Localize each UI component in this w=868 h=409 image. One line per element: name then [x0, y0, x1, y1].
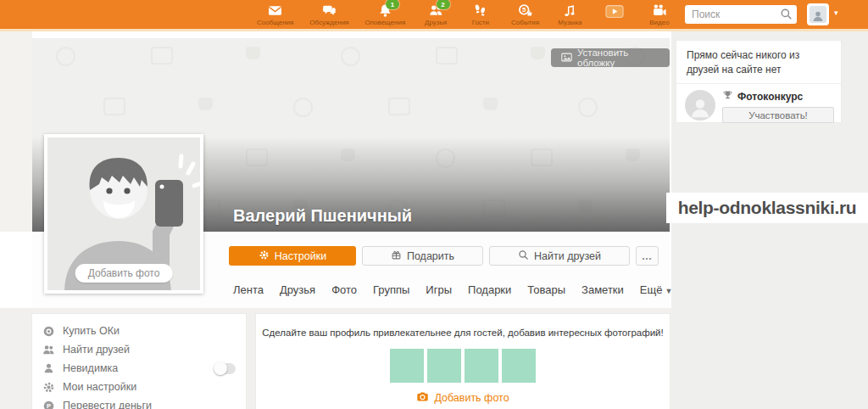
menu-item-label: Мои настройки [63, 381, 136, 393]
current-user-avatar-button[interactable] [807, 3, 829, 25]
cover-pattern-icon [483, 98, 498, 110]
nav-item-label: Друзья [425, 19, 447, 26]
add-photo-link[interactable]: Добавить фото [256, 390, 670, 406]
profile-prompt-text: Сделайте ваш профиль привлекательнее для… [256, 328, 670, 338]
tab-gifts[interactable]: Подарки [468, 283, 511, 296]
nav-item-friends[interactable]: 2Друзья [421, 3, 450, 26]
nav-item-discussions[interactable]: Обсуждения [309, 3, 349, 26]
tab-feed[interactable]: Лента [233, 283, 264, 296]
friends-online-status: Прямо сейчас никого из друзей на сайте н… [676, 41, 841, 84]
tab-photos[interactable]: Фото [331, 283, 357, 296]
nav-item-messages[interactable]: Сообщения [257, 3, 293, 26]
video-camera-icon [652, 3, 666, 18]
magnifier-icon [518, 249, 529, 263]
friends-online-panel: Прямо сейчас никого из друзей на сайте н… [676, 41, 841, 122]
contest-join-button[interactable]: Участвовать! [722, 107, 834, 123]
photo-placeholder[interactable] [427, 349, 461, 383]
tab-friends[interactable]: Друзья [280, 283, 315, 296]
tab-games[interactable]: Игры [426, 283, 452, 296]
notification-badge: 2 [437, 0, 450, 9]
events-icon: 5 [518, 3, 532, 18]
nav-item-label: Музыка [558, 19, 581, 26]
search-input[interactable] [685, 5, 783, 24]
menu-item-label: Купить ОКи [63, 325, 120, 337]
cover-pattern-icon [151, 47, 173, 64]
menu-item-my-settings[interactable]: Мои настройки [42, 378, 236, 396]
gear-icon [259, 249, 270, 263]
trophy-icon [722, 90, 733, 104]
ruble-icon: Р [42, 400, 55, 409]
profile-menu-caret-icon[interactable]: ▾ [834, 8, 838, 17]
nav-item-music[interactable]: Музыка [555, 3, 584, 26]
photo-placeholder[interactable] [390, 349, 424, 383]
gift-button[interactable]: Подарить [362, 246, 483, 266]
menu-item-buy-oks[interactable]: Купить ОКи [42, 322, 236, 340]
tab-groups[interactable]: Группы [373, 283, 409, 296]
photo-placeholder[interactable] [502, 349, 536, 383]
nav-item-notifications[interactable]: 1Оповещения [364, 3, 405, 26]
avatar-person-icon [810, 6, 826, 23]
svg-text:5: 5 [522, 6, 526, 14]
cover-pattern-icon [436, 47, 458, 64]
menu-item-invisible[interactable]: Невидимка [42, 359, 236, 378]
menu-item-label: Найти друзей [63, 344, 130, 356]
search-icon[interactable] [780, 8, 793, 24]
gear-icon [42, 381, 55, 394]
contest-title: Фотоконкурс [737, 91, 803, 103]
photo-placeholder[interactable] [465, 349, 498, 383]
cover-pattern-icon [198, 98, 213, 110]
tab-goods[interactable]: Товары [527, 283, 565, 296]
notification-badge: 1 [386, 0, 399, 9]
menu-item-transfer-money[interactable]: РПеревести деньги [42, 396, 236, 409]
profile-name: Валерий Пшеничный [233, 206, 412, 226]
tab-more[interactable]: Ещё▼ [640, 283, 673, 296]
nav-item-video[interactable]: Видео [645, 3, 674, 26]
svg-text:Р: Р [47, 402, 51, 409]
nav-item-label: Видео [649, 19, 669, 26]
photo-contest-block: Фотоконкурс Участвовать! [676, 84, 841, 123]
profile-tabs: ЛентаДрузьяФотоГруппыИгрыПодаркиТоварыЗа… [233, 283, 672, 296]
odnoklassniki-profile-page: одноклассники СообщенияОбсуждения1Оповещ… [0, 0, 868, 409]
cover-pattern-icon [388, 98, 410, 115]
tab-notes[interactable]: Заметки [581, 283, 624, 296]
page-background-left [0, 31, 32, 232]
envelope-icon [268, 3, 282, 18]
bell-icon: 1 [378, 3, 392, 18]
nav-item-label: Оповещения [364, 19, 405, 26]
nav-item-label: Гости [472, 19, 489, 26]
coin-icon [42, 325, 55, 338]
nav-item-ok-video[interactable] [600, 3, 629, 26]
incognito-icon [42, 362, 55, 375]
find-friends-button[interactable]: Найти друзей [489, 246, 630, 266]
menu-item-label: Невидимка [63, 362, 118, 374]
cover-pattern-icon [56, 47, 75, 66]
more-actions-button[interactable]: … [636, 246, 659, 266]
search-box [685, 5, 797, 24]
cover-pattern-icon [578, 98, 598, 117]
photo-icon [561, 52, 572, 64]
nav-item-events[interactable]: 5События [511, 3, 540, 26]
menu-item-find-friends[interactable]: Найти друзей [42, 340, 236, 359]
music-icon [563, 3, 577, 18]
chevron-down-icon: ▼ [665, 287, 672, 295]
invisible-toggle[interactable] [214, 363, 236, 374]
contest-avatar [685, 90, 715, 120]
footprints-icon [473, 3, 487, 18]
avatar-add-photo-button[interactable]: Добавить фото [75, 264, 173, 283]
set-cover-button[interactable]: Установить обложку [551, 48, 670, 67]
left-sidebar-menu: Купить ОКиНайти друзейНевидимкаМои настр… [32, 314, 246, 409]
toggle-knob [214, 361, 227, 375]
nav-item-guests[interactable]: Гости [466, 3, 495, 26]
camera-icon [416, 390, 429, 406]
nav-item-label: События [511, 19, 539, 26]
settings-button[interactable]: Настройки [229, 246, 356, 266]
site-watermark: help-odnoklassniki.ru [666, 193, 868, 223]
header-divider [0, 29, 868, 31]
discussions-icon [322, 3, 337, 18]
nav-item-label: Обсуждения [309, 19, 349, 26]
people-icon [42, 344, 55, 356]
profile-photo-placeholder[interactable]: Добавить фото [44, 134, 203, 294]
cover-pattern-icon [246, 47, 260, 59]
menu-item-label: Перевести деньги [63, 400, 152, 409]
ok-video-icon [605, 3, 624, 18]
